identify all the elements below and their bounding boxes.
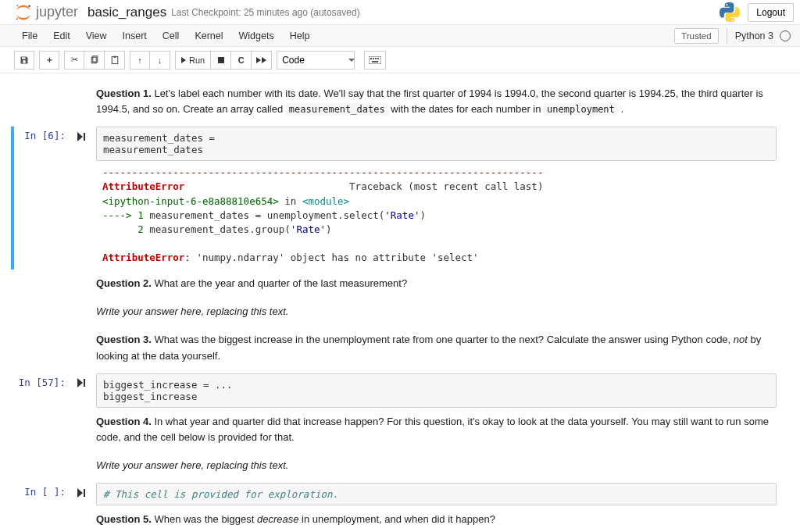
run-cell-icon [77,378,85,387]
svg-rect-8 [370,58,372,59]
header-bar: jupyter basic_ranges Last Checkpoint: 25… [0,0,800,25]
jupyter-text: jupyter [36,4,78,20]
save-button[interactable] [14,51,34,70]
prompt-in-57: In [57]: [14,373,96,408]
celltype-select[interactable]: Code [277,51,355,70]
code-cell-2[interactable]: In [57]: biggest_increase = ... biggest_… [14,373,777,408]
svg-rect-10 [375,58,377,59]
menu-bar: File Edit View Insert Cell Kernel Widget… [0,25,800,47]
command-palette-button[interactable] [364,51,386,70]
checkpoint-text: Last Checkpoint: 25 minutes ago (autosav… [171,7,359,18]
code-cell-1[interactable]: In [6]: measurement_dates = measurement_… [11,127,777,270]
menu-help[interactable]: Help [282,27,318,45]
q5-text: Question 5. When was the biggest decreas… [96,509,777,532]
logout-button[interactable]: Logout [748,3,794,22]
markdown-cell-q1[interactable]: Question 1. Let's label each number with… [14,83,777,123]
markdown-cell-q5[interactable]: Question 5. When was the biggest decreas… [14,509,777,532]
copy-button[interactable] [84,51,105,70]
menu-edit[interactable]: Edit [45,27,78,45]
jupyter-logo[interactable]: jupyter [14,3,78,22]
code-cell-3[interactable]: In [ ]: # This cell is provided for expl… [14,483,777,505]
prompt-in-6: In [6]: [14,127,96,270]
run-button[interactable]: Run [175,51,211,70]
svg-rect-7 [369,56,381,64]
kernel-name: Python 3 [735,30,773,41]
svg-rect-11 [377,58,379,59]
add-cell-button[interactable]: ＋ [39,51,59,70]
svg-rect-9 [373,58,374,59]
stop-icon [218,57,224,63]
run-cell-icon [77,488,85,498]
markdown-cell-answer2[interactable]: Write your answer here, replacing this t… [14,301,777,326]
kernel-indicator[interactable]: Python 3 [727,28,794,44]
notebook-name[interactable]: basic_ranges [88,5,166,20]
kernel-status-icon [780,30,791,41]
markdown-cell-q3[interactable]: Question 3. What was the biggest increas… [14,329,777,370]
answer-placeholder-2: Write your answer here, replacing this t… [96,305,288,317]
markdown-cell-answer4[interactable]: Write your answer here, replacing this t… [14,455,777,480]
svg-point-2 [16,5,18,6]
notebook-area: Question 1. Let's label each number with… [0,73,800,532]
toolbar: ＋ ✂ ↑ ↓ Run C Code [0,47,800,73]
q2-text: Question 2. What are the year and quarte… [96,273,777,298]
menu-view[interactable]: View [78,27,115,45]
fast-forward-icon [256,57,266,63]
svg-rect-12 [372,61,378,62]
prompt-in-empty: In [ ]: [14,483,96,505]
answer-placeholder-4: Write your answer here, replacing this t… [96,459,288,471]
run-label: Run [189,55,205,65]
q4-text: Question 4. In what year and quarter did… [96,411,777,452]
svg-point-1 [16,17,19,20]
cut-button[interactable]: ✂ [64,51,84,70]
python-icon [720,2,740,23]
trusted-badge[interactable]: Trusted [674,28,719,44]
menu-file[interactable]: File [14,27,45,45]
svg-rect-6 [113,55,116,57]
q3-text: Question 3. What was the biggest increas… [96,329,777,370]
code-input-2[interactable]: biggest_increase = ... biggest_increase [96,373,777,408]
menu-cell[interactable]: Cell [155,27,188,45]
menu-widgets[interactable]: Widgets [231,27,282,45]
play-icon [181,57,186,63]
code-input-1[interactable]: measurement_dates = measurement_dates [96,127,777,161]
menu-insert[interactable]: Insert [115,27,155,45]
move-up-button[interactable]: ↑ [130,51,150,70]
q1-text: Question 1. Let's label each number with… [96,83,777,123]
restart-button[interactable]: C [231,51,252,70]
interrupt-button[interactable] [211,51,231,70]
code-output-1: ----------------------------------------… [96,161,777,270]
restart-run-all-button[interactable] [252,51,272,70]
move-down-button[interactable]: ↓ [150,51,170,70]
svg-point-0 [28,5,30,7]
markdown-cell-q2[interactable]: Question 2. What are the year and quarte… [14,273,777,298]
jupyter-icon [14,3,33,22]
menu-kernel[interactable]: Kernel [187,27,230,45]
markdown-cell-q4[interactable]: Question 4. In what year and quarter did… [14,411,777,452]
code-input-3[interactable]: # This cell is provided for exploration. [96,483,777,505]
paste-button[interactable] [105,51,125,70]
run-cell-icon [77,132,85,141]
